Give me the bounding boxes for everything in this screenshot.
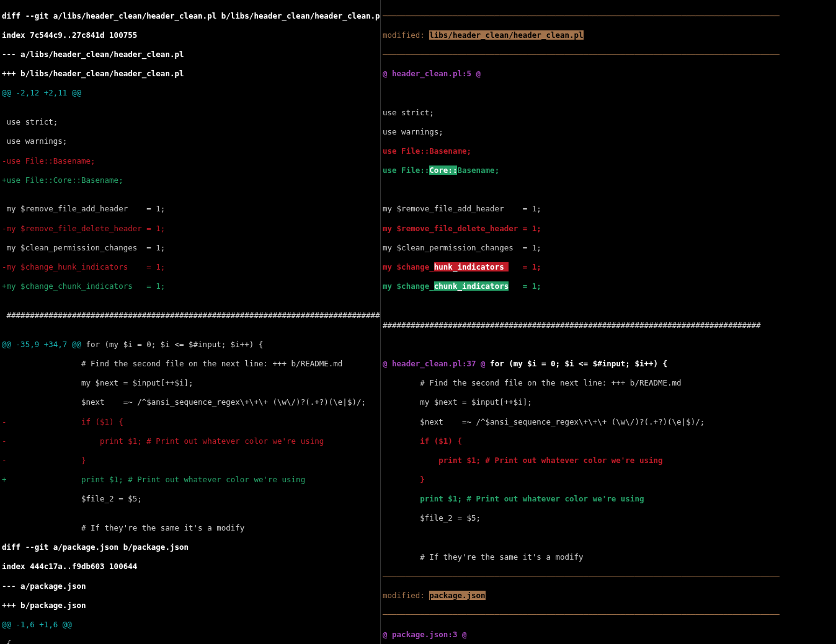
ctx-line: my $remove_file_add_header = 1;: [2, 204, 378, 214]
raw-diff-pane[interactable]: diff --git a/libs/header_clean/header_cl…: [0, 0, 381, 644]
separator: ────────────────────────────────────────…: [383, 50, 834, 60]
ctx-line: my $remove_file_add_header = 1;: [383, 204, 834, 214]
diff-old: --- a/libs/header_clean/header_clean.pl: [2, 50, 378, 60]
add-line: +use File::Core::Basename;: [2, 175, 378, 185]
ctx-line: ########################################…: [2, 311, 378, 320]
ctx-line: $next =~ /^$ansi_sequence_regex\+\+\+ (\…: [383, 417, 834, 427]
add-line: use File::Core::Basename;: [383, 165, 834, 175]
blank-line: [383, 340, 834, 350]
del-line: -use File::Basename;: [2, 156, 378, 166]
ctx-line: use strict;: [2, 117, 378, 127]
hunk-header: @@ -1,6 +1,6 @@: [2, 620, 378, 630]
diff-header: diff --git a/package.json b/package.json: [2, 542, 378, 552]
diff-index: index 7c544c9..27c841d 100755: [2, 30, 378, 40]
add-line: print $1; # Print out whatever color we'…: [383, 494, 834, 504]
separator: ────────────────────────────────────────…: [383, 11, 834, 21]
blank-line: [383, 88, 834, 98]
del-line: if ($1) {: [383, 436, 834, 446]
ctx-line: use warnings;: [2, 136, 378, 146]
del-line: - print $1; # Print out whatever color w…: [2, 436, 378, 446]
hunk-header: @@ -35,9 +34,7 @@ for (my $i = 0; $i <= …: [2, 340, 378, 350]
blank-line: [383, 301, 834, 311]
del-line: -my $remove_file_delete_header = 1;: [2, 224, 378, 234]
del-line: - if ($1) {: [2, 417, 378, 427]
del-line: use File::Basename;: [383, 146, 834, 156]
ctx-line: use strict;: [383, 108, 834, 118]
ctx-line: my $next = $input[++$i];: [2, 378, 378, 388]
del-line: my $remove_file_delete_header = 1;: [383, 224, 834, 234]
diff-header: diff --git a/libs/header_clean/header_cl…: [2, 11, 378, 21]
del-line: -my $change_hunk_indicators = 1;: [2, 262, 378, 272]
ctx-line: # If they're the same it's a modify: [383, 552, 834, 562]
file-header: modified: package.json: [383, 591, 834, 601]
hunk-header: @ header_clean.pl:5 @: [383, 69, 834, 79]
ctx-line: my $next = $input[++$i];: [383, 397, 834, 407]
diff-new: +++ b/libs/header_clean/header_clean.pl: [2, 69, 378, 79]
ctx-line: ########################################…: [383, 320, 834, 330]
hunk-header: @ package.json:3 @: [383, 630, 834, 640]
ctx-line: $file_2 = $5;: [383, 513, 834, 523]
ctx-line: # If they're the same it's a modify: [2, 523, 378, 533]
blank-line: [383, 185, 834, 195]
separator: ────────────────────────────────────────…: [383, 571, 834, 581]
hunk-header: @@ -2,12 +2,11 @@: [2, 88, 378, 98]
add-line: + print $1; # Print out whatever color w…: [2, 475, 378, 485]
del-line: my $change_hunk_indicators = 1;: [383, 262, 834, 272]
hunk-header: @ header_clean.pl:37 @ for (my $i = 0; $…: [383, 359, 834, 369]
ctx-line: my $clean_permission_changes = 1;: [383, 243, 834, 253]
del-line: }: [383, 475, 834, 485]
del-line: print $1; # Print out whatever color we'…: [383, 456, 834, 465]
fancy-diff-pane[interactable]: ────────────────────────────────────────…: [381, 0, 836, 644]
file-header: modified: libs/header_clean/header_clean…: [383, 30, 834, 40]
ctx-line: use warnings;: [383, 127, 834, 137]
ctx-line: my $clean_permission_changes = 1;: [2, 243, 378, 253]
diff-new: +++ b/package.json: [2, 601, 378, 611]
ctx-line: # Find the second file on the next line:…: [2, 359, 378, 369]
add-line: my $change_chunk_indicators = 1;: [383, 281, 834, 291]
diff-old: --- a/package.json: [2, 581, 378, 591]
ctx-line: # Find the second file on the next line:…: [383, 378, 834, 388]
ctx-line: $next =~ /^$ansi_sequence_regex\+\+\+ (\…: [2, 397, 378, 407]
diff-index: index 444c17a..f9db603 100644: [2, 562, 378, 571]
ctx-line: {: [2, 639, 378, 644]
ctx-line: $file_2 = $5;: [2, 494, 378, 504]
del-line: - }: [2, 456, 378, 465]
add-line: +my $change_chunk_indicators = 1;: [2, 281, 378, 291]
separator: ────────────────────────────────────────…: [383, 610, 834, 620]
blank-line: [383, 533, 834, 543]
